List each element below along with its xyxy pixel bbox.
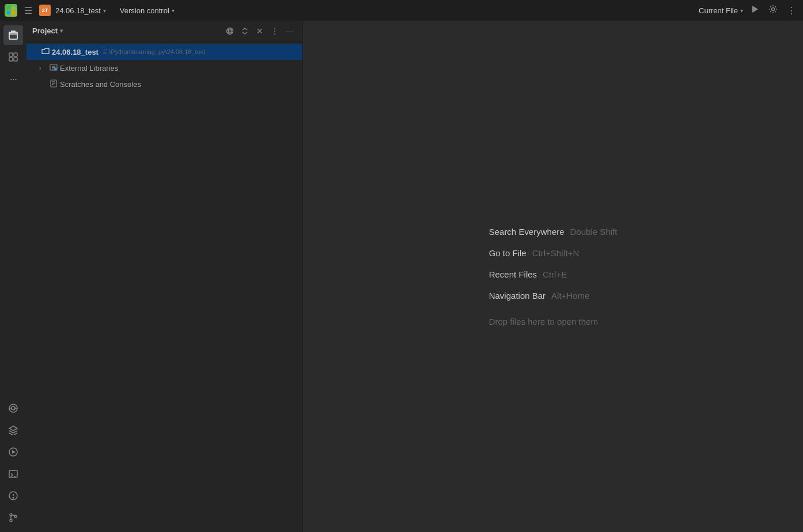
project-header-actions: ✕ ⋮ — [223,24,297,38]
project-name-label: 24.06.18_test [55,6,101,15]
main-layout: ··· [0,21,803,532]
svg-point-12 [12,406,15,410]
tree-item-scratches[interactable]: Scratches and Consoles [26,76,302,92]
svg-rect-7 [9,53,13,56]
ext-lib-label: External Libraries [60,64,118,73]
svg-point-5 [772,8,775,11]
root-name: 24.06.18_test [52,48,99,56]
svg-rect-3 [12,11,15,14]
tree-item-external-libraries[interactable]: › ! External Libraries [26,60,302,76]
sidebar-item-plugins[interactable] [3,47,23,67]
hint-navigation-bar: Navigation Bar Alt+Home [489,291,590,301]
goto-file-label: Go to File [489,248,527,258]
project-badge: 2T [39,5,51,16]
recent-files-shortcut: Ctrl+E [543,269,567,279]
project-title[interactable]: Project ▾ [32,26,221,35]
search-everywhere-shortcut: Double Shift [570,227,618,237]
hint-recent-files: Recent Files Ctrl+E [489,269,567,279]
titlebar: ☰ 2T 24.06.18_test ▾ Version control ▾ C… [0,0,803,21]
sidebar-item-git[interactable] [3,508,23,527]
project-header: Project ▾ ✕ [26,21,302,41]
sidebar-icons: ··· [0,21,26,532]
project-title-label: Project [32,26,58,35]
svg-rect-10 [14,58,17,61]
scratches-label: Scratches and Consoles [60,80,141,89]
project-globe-button[interactable] [223,24,237,38]
scratches-icon [50,79,58,89]
recent-files-label: Recent Files [489,269,537,279]
project-tree: 24.06.18_test E:\Python\learning_py\24.0… [26,41,302,532]
svg-rect-2 [7,11,10,14]
goto-file-shortcut: Ctrl+Shift+N [532,248,579,258]
project-minimize-button[interactable]: — [283,24,297,38]
current-file-chevron-icon: ▾ [740,7,743,14]
svg-rect-0 [7,6,10,10]
sidebar-item-project[interactable] [3,25,23,45]
ext-lib-icon: ! [50,63,58,73]
svg-point-26 [229,28,232,34]
root-folder-icon [41,47,50,57]
svg-marker-16 [12,450,16,454]
sidebar-item-terminal[interactable] [3,464,23,484]
hint-search-everywhere: Search Everywhere Double Shift [489,227,618,237]
settings-button[interactable] [766,3,780,17]
search-everywhere-label: Search Everywhere [489,227,565,237]
project-more-button[interactable]: ⋮ [268,24,282,38]
sidebar-item-layers[interactable] [3,420,23,440]
run-button[interactable] [748,3,762,17]
current-file-label: Current File [699,6,738,15]
svg-rect-9 [9,58,13,61]
navigation-bar-shortcut: Alt+Home [551,291,589,301]
sidebar-item-problems[interactable] [3,486,23,506]
svg-point-21 [13,497,13,498]
project-close-button[interactable]: ✕ [253,24,267,38]
hint-goto-file: Go to File Ctrl+Shift+N [489,248,579,258]
version-control-chevron-icon: ▾ [172,7,175,14]
more-options-button[interactable]: ⋮ [785,4,798,17]
sidebar-item-more[interactable]: ··· [3,69,23,89]
editor-area: Search Everywhere Double Shift Go to Fil… [303,21,803,532]
project-title-chevron-icon: ▾ [60,28,63,34]
navigation-bar-label: Navigation Bar [489,291,546,301]
titlebar-actions: ⋮ [748,3,798,17]
ext-lib-expand-icon: › [39,65,47,71]
svg-text:!: ! [55,68,55,70]
svg-point-23 [10,519,12,522]
version-control-dropdown[interactable]: Version control ▾ [120,6,175,15]
sidebar-item-run[interactable] [3,442,23,462]
svg-rect-8 [14,53,17,56]
svg-rect-6 [9,32,17,39]
project-name-dropdown[interactable]: 24.06.18_test ▾ [55,6,106,15]
hamburger-icon[interactable]: ☰ [22,4,35,17]
svg-point-25 [227,28,233,34]
welcome-hints: Search Everywhere Double Shift Go to Fil… [489,227,618,326]
sidebar-item-python[interactable] [3,398,23,418]
current-file-dropdown[interactable]: Current File ▾ [699,6,743,15]
project-panel: Project ▾ ✕ [26,21,303,532]
drop-hint: Drop files here to open them [489,317,598,326]
svg-marker-4 [752,6,758,13]
project-sort-button[interactable] [238,24,252,38]
root-path: E:\Python\learning_py\24.06.18_test [103,48,205,55]
project-chevron-icon: ▾ [103,7,106,14]
svg-rect-1 [12,6,15,10]
version-control-label: Version control [120,6,169,15]
tree-item-root[interactable]: 24.06.18_test E:\Python\learning_py\24.0… [26,44,302,60]
svg-rect-17 [9,470,17,477]
app-icon [5,4,17,17]
